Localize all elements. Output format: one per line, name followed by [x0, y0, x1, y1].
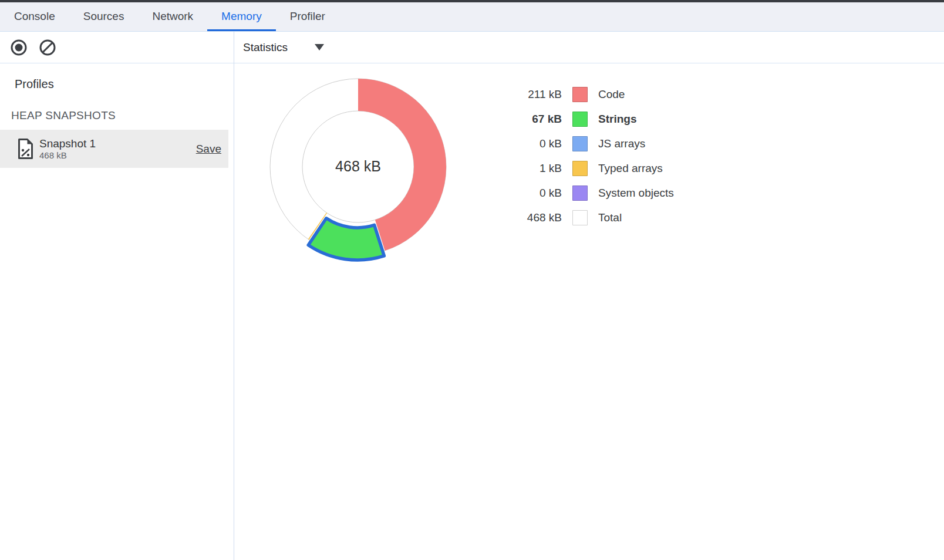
snapshot-view-pane: Statistics 468 kB 211 kB Code	[234, 32, 944, 560]
legend-value: 1 kB	[491, 162, 562, 175]
profiles-list: Profiles HEAP SNAPSHOTS Snapshot 1 468 k…	[0, 63, 234, 560]
legend-row-total[interactable]: 468 kB Total	[491, 205, 674, 230]
donut-slice-strings[interactable]	[308, 218, 384, 260]
profiles-sidebar: Profiles HEAP SNAPSHOTS Snapshot 1 468 k…	[0, 32, 234, 560]
tab-memory[interactable]: Memory	[207, 2, 276, 31]
legend-swatch-js-arrays	[572, 136, 588, 151]
legend-label: Code	[598, 88, 625, 101]
legend-label: Total	[598, 211, 622, 224]
legend-label: JS arrays	[598, 137, 645, 150]
profiles-heading: Profiles	[15, 77, 234, 91]
legend-label: System objects	[598, 187, 674, 200]
legend-swatch-total	[572, 210, 588, 225]
legend-label: Strings	[598, 113, 636, 126]
legend-value: 0 kB	[491, 187, 562, 200]
tab-console[interactable]: Console	[0, 2, 69, 31]
legend-row-code[interactable]: 211 kB Code	[491, 82, 674, 107]
devtools-tab-bar: Console Sources Network Memory Profiler	[0, 2, 944, 32]
legend-value: 0 kB	[491, 137, 562, 150]
tab-sources[interactable]: Sources	[69, 2, 139, 31]
snapshot-view-toolbar: Statistics	[234, 32, 944, 63]
legend-swatch-code	[572, 87, 588, 102]
chevron-down-icon	[315, 44, 324, 50]
legend-row-system-objects[interactable]: 0 kB System objects	[491, 181, 674, 205]
tab-network[interactable]: Network	[138, 2, 207, 31]
save-snapshot-link[interactable]: Save	[196, 143, 221, 156]
legend-label: Typed arrays	[598, 162, 663, 175]
legend-swatch-system-objects	[572, 185, 588, 201]
heap-statistics-donut-chart: 468 kB	[258, 67, 458, 266]
donut-center-total-label: 468 kB	[335, 158, 381, 174]
chart-legend: 211 kB Code 67 kB Strings 0 kB JS arrays	[491, 82, 674, 230]
heap-snapshots-section-heading: HEAP SNAPSHOTS	[11, 109, 234, 122]
snapshot-texts: Snapshot 1 468 kB	[39, 137, 96, 161]
legend-value: 468 kB	[491, 211, 562, 224]
tab-profiler[interactable]: Profiler	[276, 2, 339, 31]
legend-swatch-typed-arrays	[572, 161, 588, 176]
legend-row-js-arrays[interactable]: 0 kB JS arrays	[491, 131, 674, 156]
perspective-selector[interactable]: Statistics	[243, 41, 324, 54]
record-icon	[10, 39, 28, 56]
sidebar-toolbar	[0, 32, 234, 63]
clear-profiles-button[interactable]	[39, 39, 56, 56]
legend-value: 67 kB	[491, 113, 562, 126]
record-heap-snapshot-button[interactable]	[10, 39, 28, 56]
perspective-selector-label: Statistics	[243, 41, 288, 54]
main-area: Profiles HEAP SNAPSHOTS Snapshot 1 468 k…	[0, 32, 944, 560]
legend-value: 211 kB	[491, 88, 562, 101]
legend-row-typed-arrays[interactable]: 1 kB Typed arrays	[491, 156, 674, 181]
legend-row-strings[interactable]: 67 kB Strings	[491, 107, 674, 131]
clear-icon	[39, 39, 56, 56]
heap-snapshot-file-icon	[18, 138, 33, 160]
legend-swatch-strings	[572, 112, 588, 127]
statistics-content: 468 kB 211 kB Code 67 kB Strings 0 kB	[234, 63, 944, 560]
snapshot-list-item[interactable]: Snapshot 1 468 kB Save	[0, 130, 228, 168]
snapshot-title: Snapshot 1	[39, 137, 96, 150]
devtools-window: Console Sources Network Memory Profiler	[0, 0, 944, 560]
snapshot-size: 468 kB	[39, 150, 96, 161]
